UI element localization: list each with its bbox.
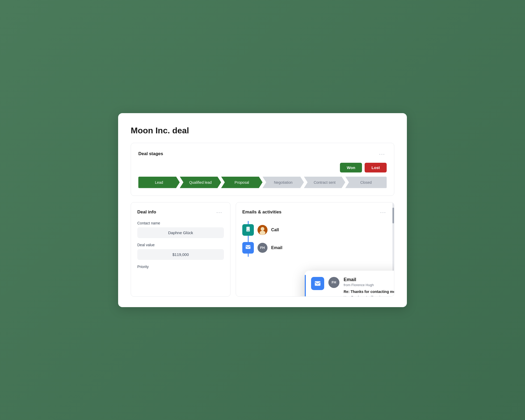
stage-lead[interactable]: Lead bbox=[138, 177, 180, 188]
emails-activities-card: Emails & activities ··· bbox=[236, 202, 394, 297]
scrollbar-thumb bbox=[392, 208, 394, 223]
popup-border bbox=[305, 275, 306, 297]
bottom-row: Deal info ··· Contact name Daphne Glück … bbox=[131, 202, 394, 297]
page-title: Moon Inc. deal bbox=[131, 126, 394, 135]
popup-avatar: FH bbox=[328, 277, 339, 288]
emails-activities-header: Emails & activities ··· bbox=[242, 209, 388, 216]
stage-contract-sent[interactable]: Contract sent bbox=[304, 177, 345, 188]
call-label: Call bbox=[271, 228, 279, 232]
popup-from: from Florence Hugh bbox=[344, 283, 394, 287]
won-button[interactable]: Won bbox=[340, 163, 362, 172]
email-label: Email bbox=[271, 245, 282, 250]
priority-label: Priority bbox=[137, 265, 224, 269]
stage-qualified-lead[interactable]: Qualified lead bbox=[180, 177, 221, 188]
svg-rect-1 bbox=[247, 231, 249, 231]
deal-info-more-button[interactable]: ··· bbox=[215, 209, 224, 216]
svg-rect-6 bbox=[315, 281, 321, 286]
stage-closed[interactable]: Closed bbox=[345, 177, 387, 188]
deal-stages-card: Deal stages ··· Won Lost Lead Qualified … bbox=[131, 143, 394, 196]
deal-info-header: Deal info ··· bbox=[137, 209, 224, 216]
popup-subject: Re: Thanks for contacting me! bbox=[344, 290, 394, 294]
phone-icon-bg bbox=[242, 224, 254, 236]
activity-email: FH Email bbox=[242, 239, 388, 257]
deal-info-title: Deal info bbox=[137, 209, 156, 215]
stage-proposal[interactable]: Proposal bbox=[221, 177, 262, 188]
email-avatar: FH bbox=[258, 243, 267, 253]
deal-stages-header: Deal stages ··· bbox=[138, 150, 387, 158]
contact-name-label: Contact name bbox=[137, 221, 224, 225]
popup-email-icon bbox=[311, 277, 324, 290]
email-icon bbox=[245, 244, 251, 251]
activity-call: Call bbox=[242, 221, 388, 239]
deal-value-label: Deal value bbox=[137, 243, 224, 247]
svg-rect-5 bbox=[246, 245, 250, 249]
popup-content: Email from Florence Hugh Re: Thanks for … bbox=[344, 277, 394, 297]
activity-list: Call FH bbox=[242, 221, 388, 257]
deal-info-card: Deal info ··· Contact name Daphne Glück … bbox=[131, 202, 230, 297]
phone-icon bbox=[245, 226, 251, 233]
email-popup: FH Email from Florence Hugh Re: Thanks f… bbox=[305, 271, 394, 297]
call-avatar bbox=[258, 225, 267, 235]
popup-title: Email bbox=[344, 277, 394, 282]
lost-button[interactable]: Lost bbox=[365, 163, 387, 172]
emails-activities-more-button[interactable]: ··· bbox=[379, 209, 388, 216]
main-card: Moon Inc. deal Deal stages ··· Won Lost … bbox=[118, 113, 407, 307]
popup-body: Hey Daphne, I will review your offer and… bbox=[344, 295, 394, 297]
contact-name-value: Daphne Glück bbox=[137, 227, 224, 238]
deal-stages-more-button[interactable]: ··· bbox=[377, 150, 387, 158]
emails-activities-title: Emails & activities bbox=[242, 209, 281, 215]
won-lost-row: Won Lost bbox=[138, 163, 387, 172]
svg-point-3 bbox=[261, 227, 264, 231]
email-icon-bg bbox=[242, 242, 254, 254]
svg-point-4 bbox=[260, 231, 265, 235]
deal-stages-title: Deal stages bbox=[138, 151, 163, 156]
pipeline-stages: Lead Qualified lead Proposal Negotiation… bbox=[138, 177, 387, 188]
stage-negotiation[interactable]: Negotiation bbox=[262, 177, 304, 188]
deal-value-value: $119,000 bbox=[137, 249, 224, 260]
